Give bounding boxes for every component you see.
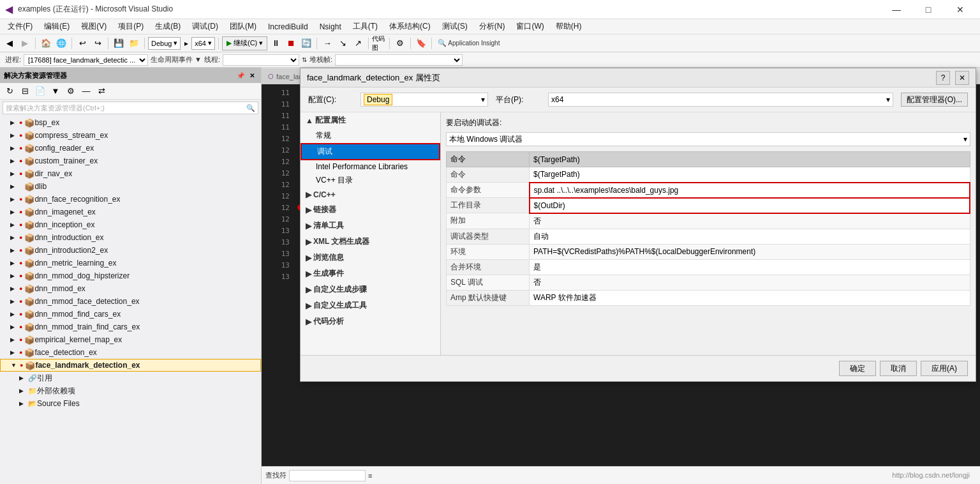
menu-file[interactable]: 文件(F): [3, 20, 38, 33]
tree-item-source-files[interactable]: ▶ 📂 Source Files: [0, 397, 261, 410]
dialog-tree-custom-build-step[interactable]: ▶ 自定义生成步骤: [301, 282, 440, 298]
dialog-tree-code-analysis[interactable]: ▶ 代码分析: [301, 314, 440, 329]
dialog-help-button[interactable]: ?: [936, 71, 950, 85]
prop-value-7[interactable]: 否: [530, 275, 970, 290]
ok-button[interactable]: 确定: [839, 361, 876, 376]
move-button[interactable]: ⇄: [94, 84, 108, 98]
prop-value-8[interactable]: WARP 软件加速器: [530, 290, 970, 305]
dialog-tree-xml[interactable]: ▶ XML 文档生成器: [301, 234, 440, 250]
undo-button[interactable]: ↩: [75, 36, 89, 50]
dialog-tree-debug[interactable]: 调试: [301, 143, 440, 160]
save-all-button[interactable]: 📁: [127, 36, 141, 50]
prop-value-3[interactable]: 否: [530, 213, 970, 229]
debugger-combo[interactable]: 本地 Windows 调试器 ▾: [446, 132, 970, 146]
debug-config-dropdown[interactable]: Debug ▾: [148, 37, 181, 50]
apply-button[interactable]: 应用(A): [921, 361, 968, 376]
menu-arch[interactable]: 体系结构(C): [384, 20, 436, 33]
tree-item-dnn-introduction2-ex[interactable]: ▶ ● 📦 dnn_introduction2_ex: [0, 244, 261, 257]
tree-item-dnn-mmod-face-detection-ex[interactable]: ▶ ● 📦 dnn_mmod_face_detection_ex: [0, 295, 261, 308]
bookmark-button[interactable]: 🔖: [414, 36, 428, 50]
dialog-tree-vc-dirs[interactable]: VC++ 目录: [301, 173, 440, 188]
settings-button[interactable]: ⚙: [64, 84, 78, 98]
tree-item-dnn-imagenet-ex[interactable]: ▶ ● 📦 dnn_imagenet_ex: [0, 206, 261, 218]
prop-value-4[interactable]: 自动: [530, 229, 970, 244]
menu-nsight[interactable]: Nsight: [315, 21, 346, 33]
maximize-button[interactable]: □: [914, 0, 943, 19]
menu-analyze[interactable]: 分析(N): [474, 20, 510, 33]
dialog-tree-general[interactable]: 常规: [301, 128, 440, 143]
tree-item-dir-nav-ex[interactable]: ▶ ● 📦 dir_nav_ex: [0, 167, 261, 180]
tree-item-bsp-ex[interactable]: ▶ ● 📦 bsp_ex: [0, 116, 261, 129]
sidebar-search[interactable]: 搜索解决方案资源管理器(Ctrl+;) 🔍: [3, 102, 258, 114]
filter-button[interactable]: ▼: [48, 84, 63, 98]
back-button[interactable]: ◀: [3, 36, 17, 50]
step-out-button[interactable]: ↗: [351, 36, 365, 50]
dialog-tree-cpp[interactable]: ▶ C/C++: [301, 188, 440, 202]
menu-team[interactable]: 团队(M): [225, 20, 262, 33]
menu-window[interactable]: 窗口(W): [511, 20, 549, 33]
prop-value-2[interactable]: $(OutDir): [530, 198, 970, 213]
redo-button[interactable]: ↪: [91, 36, 105, 50]
restart-button[interactable]: 🔄: [299, 36, 313, 50]
tree-item-empirical-kernel-map-ex[interactable]: ▶ ● 📦 empirical_kernel_map_ex: [0, 333, 261, 346]
pause-button[interactable]: ⏸: [269, 36, 283, 50]
tree-item-dnn-mmod-dog-hipsterizer[interactable]: ▶ ● 📦 dnn_mmod_dog_hipsterizer: [0, 269, 261, 282]
menu-debug[interactable]: 调试(D): [187, 20, 223, 33]
tree-item-config-reader-ex[interactable]: ▶ ● 📦 config_reader_ex: [0, 142, 261, 155]
dialog-close-button[interactable]: ✕: [955, 71, 969, 85]
menu-test[interactable]: 测试(S): [437, 20, 473, 33]
tree-item-face-detection-ex[interactable]: ▶ ● 📦 face_detection_ex: [0, 346, 261, 359]
sidebar-close-button[interactable]: ✕: [247, 70, 257, 80]
tree-item-dlib[interactable]: ▶ ● 📦 dlib: [0, 180, 261, 193]
platform-combo[interactable]: x64 ▾: [548, 93, 893, 107]
tree-item-external-deps[interactable]: ▶ 📁 外部依赖项: [0, 384, 261, 397]
stop-button[interactable]: ⏹: [284, 36, 298, 50]
tree-item-dnn-introduction-ex[interactable]: ▶ ● 📦 dnn_introduction_ex: [0, 231, 261, 244]
minimize-button[interactable]: —: [882, 0, 911, 19]
dialog-tree-intel[interactable]: Intel Performance Libraries: [301, 160, 440, 173]
collapse-button[interactable]: ⊟: [18, 84, 32, 98]
thread-select[interactable]: [223, 54, 299, 66]
menu-tools[interactable]: 工具(T): [348, 20, 383, 33]
tree-item-dnn-face-recognition-ex[interactable]: ▶ ● 📦 dnn_face_recognition_ex: [0, 193, 261, 206]
pin-button[interactable]: 📌: [235, 70, 246, 80]
prop-value-6[interactable]: 是: [530, 259, 970, 275]
forward-button[interactable]: ▶: [18, 36, 32, 50]
menu-help[interactable]: 帮助(H): [551, 20, 587, 33]
globe-button[interactable]: 🌐: [54, 36, 68, 50]
save-button[interactable]: 💾: [112, 36, 126, 50]
menu-project[interactable]: 项目(P): [113, 20, 149, 33]
sync-button[interactable]: ↻: [3, 84, 17, 98]
dialog-tree-custom-build-tool[interactable]: ▶ 自定义生成工具: [301, 298, 440, 314]
menu-build[interactable]: 生成(B): [150, 20, 186, 33]
dialog-tree-browse[interactable]: ▶ 浏览信息: [301, 250, 440, 266]
tree-item-custom-trainer-ex[interactable]: ▶ ● 📦 custom_trainer_ex: [0, 155, 261, 167]
app-insight-button[interactable]: 🔍 Application Insight: [438, 39, 500, 47]
properties-dialog[interactable]: face_landmark_detection_ex 属性页 ? ✕ 配置(C)…: [300, 68, 976, 382]
pin-sidebar-button[interactable]: —: [79, 84, 93, 98]
close-button[interactable]: ✕: [946, 0, 975, 19]
menu-view[interactable]: 视图(V): [76, 20, 112, 33]
prop-value-0[interactable]: $(TargetPath): [530, 167, 970, 183]
dialog-tree-manifest[interactable]: ▶ 清单工具: [301, 218, 440, 234]
lifecycle-label[interactable]: 生命周期事件 ▼: [151, 55, 202, 64]
platform-dropdown[interactable]: x64 ▾: [191, 37, 215, 50]
menu-incredibuild[interactable]: IncrediBuild: [263, 21, 313, 33]
process-select[interactable]: [17688] face_landmark_detectic ...: [24, 54, 148, 66]
home-button[interactable]: 🏠: [39, 36, 53, 50]
tree-item-dnn-mmod-ex[interactable]: ▶ ● 📦 dnn_mmod_ex: [0, 282, 261, 295]
dialog-tree-config-props[interactable]: ▲ 配置属性: [301, 112, 440, 128]
tree-item-face-landmark-detection-ex[interactable]: ▼ ● 📦 face_landmark_detection_ex: [0, 359, 261, 372]
prop-value-5[interactable]: PATH=$(VCRedistPaths)%PATH%$(LocalDebugg…: [530, 244, 970, 259]
prop-value-1[interactable]: sp.dat ..\..\..\examples\faces\bald_guys…: [530, 183, 970, 198]
search-input[interactable]: [289, 470, 366, 481]
config-manager-button[interactable]: 配置管理器(O)...: [901, 93, 968, 107]
tree-item-dnn-metric-learning-ex[interactable]: ▶ ● 📦 dnn_metric_learning_ex: [0, 257, 261, 269]
tree-item-dnn-mmod-train-find-cars-ex[interactable]: ▶ ● 📦 dnn_mmod_train_find_cars_ex: [0, 321, 261, 333]
config-combo[interactable]: Debug ▾: [360, 93, 488, 107]
step-into-button[interactable]: ↘: [336, 36, 350, 50]
tree-item-dnn-mmod-find-cars-ex[interactable]: ▶ ● 📦 dnn_mmod_find_cars_ex: [0, 308, 261, 321]
menu-edit[interactable]: 编辑(E): [39, 20, 75, 33]
stack-select[interactable]: [335, 54, 463, 66]
continue-button[interactable]: ▶ 继续(C)▾: [222, 36, 267, 50]
